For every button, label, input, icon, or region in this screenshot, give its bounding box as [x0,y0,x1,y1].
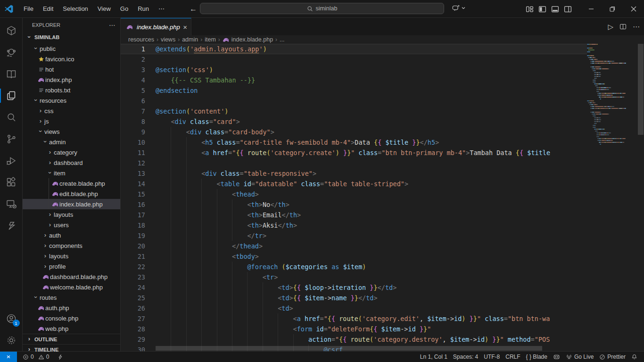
tree-file-welcome.blade.php[interactable]: welcome.blade.php [23,282,120,292]
code-line-13[interactable]: 13<div class="table-responsive"> [121,168,587,179]
code-line-4[interactable]: 4{{-- CSS Tambahan --}} [121,75,587,85]
tree-folder-routes[interactable]: ›routes [23,292,120,303]
tree-folder-profile[interactable]: ›profile [23,261,120,272]
code-line-28[interactable]: 28<form id="deleteForm{{ $item->id }}" [121,324,587,334]
menu-edit[interactable]: Edit [39,3,58,14]
code-line-25[interactable]: 25<td>{{ $item->name }}</td> [121,293,587,303]
code-line-9[interactable]: 9<div class="card-body"> [121,127,587,137]
tree-folder-js[interactable]: ›js [23,116,120,126]
outline-section[interactable]: › OUTLINE [23,334,120,344]
breadcrumb-item----[interactable]: ... [280,36,284,43]
vertical-scrollbar[interactable] [638,44,644,135]
code-line-27[interactable]: 27<a href="{{ route('category.edit', $it… [121,313,587,324]
code-line-14[interactable]: 14<table id="datatable" class="table tab… [121,179,587,189]
menu-go[interactable]: Go [116,3,132,14]
code-area[interactable]: 1@extends('admin.layouts.app')23@section… [121,44,587,351]
tab-index-blade[interactable]: index.blade.php × [121,18,191,35]
tree-folder-components[interactable]: ›components [23,240,120,251]
ports-indicator[interactable] [550,352,563,362]
minimap[interactable] [587,44,637,351]
code-line-22[interactable]: 22@foreach ($categories as $item) [121,262,587,272]
customize-layout-button[interactable] [526,5,534,13]
code-line-20[interactable]: 20</thead> [121,241,587,251]
breadcrumb-item-index-blade-php[interactable]: index.blade.php [223,36,273,43]
eol-sequence[interactable]: CRLF [503,352,523,362]
tab-close-icon[interactable]: × [183,24,187,31]
prettier-button[interactable]: Prettier [596,352,628,362]
copilot-button[interactable] [452,4,466,12]
tree-file-auth.php[interactable]: auth.php [23,303,120,313]
remote-explorer-activity-button[interactable] [0,193,23,215]
tree-folder-category[interactable]: ›category [23,147,120,157]
tree-file-dashboard.blade.php[interactable]: dashboard.blade.php [23,272,120,282]
code-line-6[interactable]: 6 [121,96,587,106]
back-button[interactable]: ← [190,5,197,13]
code-line-23[interactable]: 23<tr> [121,272,587,282]
toggle-panel-button[interactable] [551,5,559,13]
code-line-2[interactable]: 2 [121,54,587,65]
tree-folder-resources[interactable]: ›resources [23,95,120,106]
code-line-21[interactable]: 21<tbody> [121,251,587,262]
tree-folder-views[interactable]: ›views [23,126,120,137]
tree-file-web.php[interactable]: web.php [23,323,120,334]
breadcrumb-item-resources[interactable]: resources [128,36,154,43]
tree-folder-dashboard[interactable]: ›dashboard [23,157,120,168]
code-line-1[interactable]: 1@extends('admin.layouts.app') [121,44,587,54]
run-debug-activity-button[interactable] [0,150,23,172]
code-line-5[interactable]: 5@endsection [121,85,587,96]
code-line-29[interactable]: 29action="{{ route('category.destroy', $… [121,334,587,345]
minimize-button[interactable] [580,0,602,18]
tree-folder-auth[interactable]: ›auth [23,230,120,240]
split-editor-button[interactable] [620,24,626,29]
code-line-12[interactable]: 12 [121,158,587,168]
code-line-26[interactable]: 26<td> [121,303,587,313]
indentation[interactable]: Spaces: 4 [450,352,481,362]
search-activity-button[interactable] [0,107,23,128]
go-live-button[interactable]: Go Live [563,352,596,362]
close-window-button[interactable] [623,0,644,18]
package-activity-button[interactable] [0,20,23,41]
explorer-activity-button[interactable] [0,85,23,107]
tree-file-hot[interactable]: hot [23,64,120,74]
account-button[interactable]: 1 [0,308,23,329]
settings-button[interactable] [0,329,23,351]
monkey-activity-button[interactable] [0,41,23,63]
menu-selection[interactable]: Selection [58,3,92,14]
tree-file-create.blade.php[interactable]: create.blade.php [23,178,120,189]
toggle-secondary-sidebar-button[interactable] [564,5,572,13]
tree-file-favicon.ico[interactable]: favicon.ico [23,54,120,64]
code-line-10[interactable]: 10<h5 class="card-title fw-semibold mb-4… [121,137,587,148]
code-line-8[interactable]: 8<div class="card"> [121,116,587,127]
notifications-bell[interactable] [628,352,640,362]
book-activity-button[interactable] [0,63,23,85]
tree-folder-item[interactable]: ›item [23,168,120,178]
tree-folder-admin[interactable]: ›admin [23,137,120,147]
breadcrumb-item-item[interactable]: item [205,36,216,43]
code-line-16[interactable]: 16<th>No</th> [121,199,587,210]
tree-folder-css[interactable]: ›css [23,106,120,116]
source-control-activity-button[interactable] [0,128,23,150]
code-line-19[interactable]: 19</tr> [121,230,587,241]
code-line-18[interactable]: 18<th>Aksi</th> [121,220,587,230]
run-button[interactable]: ▷ [608,23,613,31]
menu-view[interactable]: View [93,3,115,14]
breadcrumb-item-views[interactable]: views [161,36,175,43]
remote-indicator[interactable] [0,352,17,362]
code-line-7[interactable]: 7@section('content') [121,106,587,116]
s-lightning-activity-button[interactable] [0,215,23,237]
tree-folder-users[interactable]: ›users [23,220,120,230]
editor-more-button[interactable]: ⋯ [633,23,640,31]
tree-folder-public[interactable]: ›public [23,43,120,54]
code-line-15[interactable]: 15<thead> [121,189,587,199]
tree-file-robots.txt[interactable]: robots.txt [23,85,120,95]
code-line-3[interactable]: 3@section('css') [121,65,587,75]
encoding[interactable]: UTF-8 [481,352,503,362]
cursor-position[interactable]: Ln 1, Col 1 [417,352,450,362]
project-root[interactable]: › SIMINLAB [23,32,120,42]
menu-run[interactable]: Run [133,3,153,14]
extensions-activity-button[interactable] [0,172,23,193]
code-line-24[interactable]: 24<td>{{ $loop->iteration }}</td> [121,282,587,293]
code-line-17[interactable]: 17<th>Email</th> [121,210,587,220]
tree-folder-layouts[interactable]: ›layouts [23,209,120,220]
menu-file[interactable]: File [19,3,38,14]
